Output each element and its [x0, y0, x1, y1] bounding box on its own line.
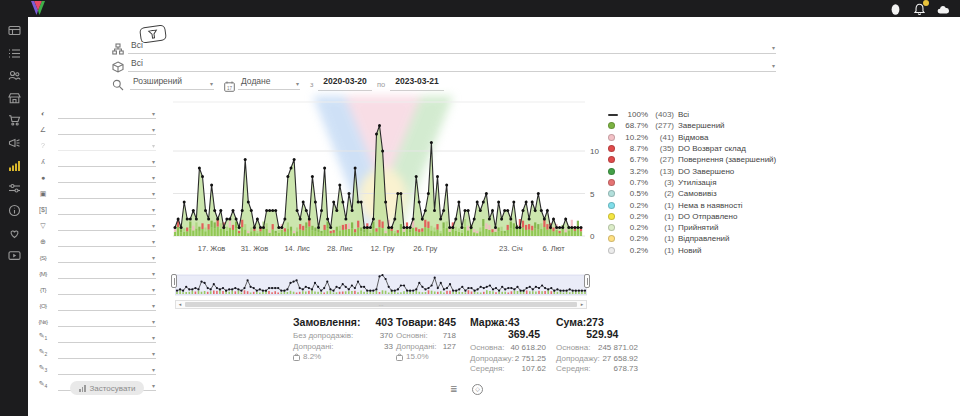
- custom-field-1-field[interactable]: ▾: [58, 330, 156, 343]
- search-mode-select[interactable]: Розширений ▾: [130, 76, 214, 90]
- chart-legend: 100%(403)Всі68.7%(277)Завершений10.2%(41…: [608, 109, 783, 256]
- cloud-icon[interactable]: [937, 2, 950, 15]
- filter-row-utm-medium-filter: {M}▾: [28, 263, 160, 279]
- custom-field-2-field[interactable]: ▾: [58, 346, 156, 359]
- sidebar-item-integrations[interactable]: [8, 182, 21, 195]
- sidebar-item-clients[interactable]: [8, 69, 21, 82]
- filter-row-custom-field-3: ✎3▾: [28, 359, 160, 375]
- chart-navigator[interactable]: [175, 271, 587, 297]
- legend-label: DO Отправлено: [678, 212, 737, 221]
- stat-sub-label: Допродажу:: [470, 354, 514, 365]
- utm-campaign-filter-field[interactable]: ▾: [58, 314, 156, 327]
- legend-item[interactable]: 10.2%(41)Відмова: [608, 132, 783, 143]
- legend-item[interactable]: 100%(403)Всі: [608, 109, 783, 120]
- scrollbar-thumb[interactable]: ⋯: [185, 302, 577, 307]
- legend-marker-icon: [608, 134, 615, 141]
- utm-term-filter-field[interactable]: ▾: [58, 282, 156, 295]
- navigator-right-handle[interactable]: [584, 274, 590, 288]
- utm-source-filter-field[interactable]: ▾: [58, 250, 156, 263]
- custom-field-3-field[interactable]: ▾: [58, 362, 156, 375]
- utm-source-filter-icon: {S}: [36, 253, 50, 263]
- filter-row-custom-field-2: ✎2▾: [28, 343, 160, 359]
- orders-chart: 17. Жов31. Жов14. Лис28. Лис12. Гру26. Г…: [173, 96, 603, 260]
- apply-button-label: Застосувати: [90, 384, 136, 393]
- navigator-left-handle[interactable]: [171, 274, 177, 288]
- chevron-down-icon: ▾: [152, 287, 155, 293]
- world-filter-field[interactable]: ▾: [58, 106, 156, 119]
- legend-item[interactable]: 8.7%(35)DO Возврат склад: [608, 143, 783, 154]
- sidebar-item-dashboard[interactable]: [8, 24, 21, 37]
- chevron-down-icon: ▾: [152, 111, 155, 117]
- legend-count: (3): [648, 178, 674, 187]
- cube-icon: [112, 59, 124, 71]
- product-filter-field[interactable]: ▾: [58, 186, 156, 199]
- stat-sub-value: 27 658.92: [602, 354, 638, 365]
- level-filter-icon: ∠: [36, 125, 50, 135]
- summary-list-icon[interactable]: ≣: [450, 384, 458, 395]
- legend-item[interactable]: 68.7%(277)Завершений: [608, 120, 783, 131]
- legend-item[interactable]: 0.2%(1)Відправлений: [608, 233, 783, 244]
- legend-percent: 10.2%: [620, 133, 648, 142]
- legend-marker-icon: [608, 202, 615, 209]
- sidebar-item-orders[interactable]: [8, 47, 21, 60]
- scroll-left-icon[interactable]: ◂: [176, 301, 184, 308]
- stat-sub-value: 40 618.20: [510, 343, 546, 354]
- bell-icon[interactable]: [913, 2, 926, 15]
- sidebar-item-info[interactable]: [8, 204, 21, 217]
- products-cube-icon[interactable]: ◇: [472, 384, 483, 395]
- orders-line-chart[interactable]: 17. Жов31. Жов14. Лис28. Лис12. Гру26. Г…: [173, 96, 603, 260]
- product-filter-field[interactable]: Всі ▾: [128, 58, 776, 72]
- sidebar-item-partners[interactable]: [8, 227, 21, 240]
- manager-filter-icon: ●: [36, 173, 50, 183]
- payment-filter-field[interactable]: ▾: [58, 202, 156, 215]
- chart-scrollbar[interactable]: ◂ ⋯ ▸: [175, 300, 587, 309]
- legend-item[interactable]: 0.5%(2)Самовивіз: [608, 188, 783, 199]
- stat-column: Маржа:43 369.45Основна:40 618.20Допродаж…: [470, 316, 546, 375]
- manager-filter-field[interactable]: ▾: [58, 170, 156, 183]
- stat-title: Замовлення:: [293, 316, 360, 328]
- date-from-input[interactable]: 2020-03-20: [318, 76, 372, 91]
- search-icon[interactable]: [112, 77, 124, 89]
- legend-item[interactable]: 0.7%(3)Утилізація: [608, 177, 783, 188]
- sidebar-item-marketing[interactable]: [8, 137, 21, 150]
- sidebar-item-purchases[interactable]: [8, 114, 21, 127]
- utm-content-filter-field[interactable]: ▾: [58, 298, 156, 311]
- sidebar-item-video-tutorials[interactable]: [8, 249, 21, 262]
- sidebar-item-statistics[interactable]: [8, 159, 21, 172]
- utm-medium-filter-field[interactable]: ▾: [58, 266, 156, 279]
- status-filter-field[interactable]: Всі ▾: [128, 40, 776, 54]
- legend-item[interactable]: 3.2%(13)DO Завершено: [608, 165, 783, 176]
- geo-filter-field[interactable]: ▾: [58, 234, 156, 247]
- date-field-select[interactable]: Додане ▾: [238, 76, 300, 90]
- legend-item[interactable]: 0.2%(1)Прийнятий: [608, 222, 783, 233]
- svg-text:14. Лис: 14. Лис: [284, 244, 310, 253]
- legend-item[interactable]: 0.2%(1)DO Отправлено: [608, 211, 783, 222]
- stat-sub-label: Без допродажів:: [293, 331, 353, 342]
- stat-sub-value: 718: [443, 331, 456, 342]
- help-filter-field[interactable]: ▾: [58, 138, 156, 151]
- level-filter-field[interactable]: ▾: [58, 122, 156, 135]
- stat-sub-value: 245 871.02: [598, 343, 638, 354]
- legend-item[interactable]: 6.7%(27)Повернення (завершений): [608, 154, 783, 165]
- legend-percent: 6.7%: [620, 155, 648, 164]
- category-tree-filter-field[interactable]: ▾: [58, 154, 156, 167]
- filter-row-product-filter: ▣▾: [28, 183, 160, 199]
- scroll-right-icon[interactable]: ▸: [578, 301, 586, 308]
- legend-marker-icon: [608, 224, 615, 231]
- search-mode-value: Розширений: [133, 76, 182, 86]
- avatar-icon[interactable]: [889, 2, 902, 15]
- funnel-filter-field[interactable]: ▾: [58, 218, 156, 231]
- legend-item[interactable]: 0.2%(1)Новий: [608, 245, 783, 256]
- legend-percent: 0.2%: [620, 223, 648, 232]
- sidebar-item-store[interactable]: [8, 92, 21, 105]
- legend-item[interactable]: 0.2%(1)Нема в наявності: [608, 199, 783, 210]
- date-to-input[interactable]: 2023-03-21: [390, 76, 444, 91]
- date-from-label: з: [310, 80, 313, 89]
- world-filter-icon: ◐: [36, 109, 50, 119]
- filter-row-utm-term-filter: {T}▾: [28, 279, 160, 295]
- legend-percent: 8.7%: [620, 144, 648, 153]
- stat-title: Сума:: [556, 316, 586, 340]
- apply-button[interactable]: Застосувати: [70, 381, 144, 395]
- legend-label: Прийнятий: [678, 223, 719, 232]
- stat-sub-label: Середня:: [556, 364, 591, 375]
